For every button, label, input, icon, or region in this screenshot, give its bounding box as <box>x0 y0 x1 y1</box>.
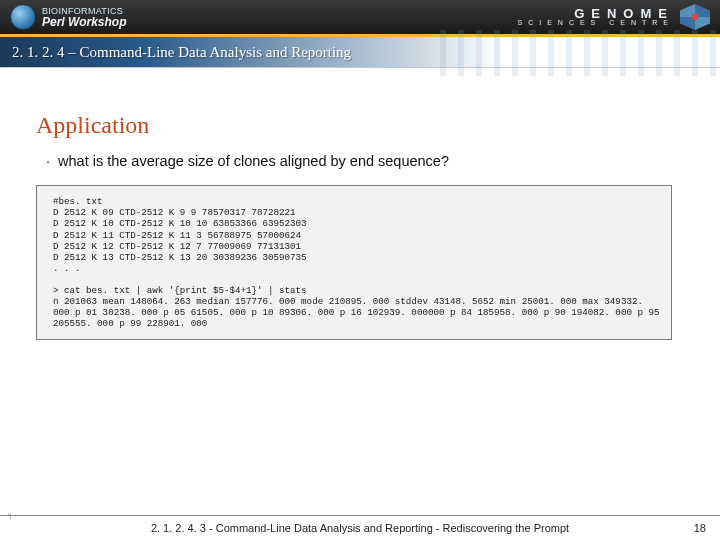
slide-header: BIOINFORMATICS Perl Workshop GENOME SCIE… <box>0 0 720 76</box>
bullet-item: · what is the average size of clones ali… <box>36 153 690 169</box>
footer-text: 2. 1. 2. 4. 3 - Command-Line Data Analys… <box>151 522 569 534</box>
code-segment-2: > cat bes. txt | awk '{print $5-$4+1}' |… <box>53 285 661 330</box>
gsc-brand: GENOME SCIENCES CENTRE <box>517 4 710 30</box>
bullet-text: what is the average size of clones align… <box>58 153 449 169</box>
code-segment-1: #bes. txt D 2512 K 09 CTD-2512 K 9 9 785… <box>53 196 661 275</box>
page-number: 18 <box>694 522 706 534</box>
code-block: #bes. txt D 2512 K 09 CTD-2512 K 9 9 785… <box>36 185 672 340</box>
header-top-bar: BIOINFORMATICS Perl Workshop GENOME SCIE… <box>0 0 720 34</box>
section-number: 2. 1. 2. 4 – Command-Line Data Analysis … <box>12 44 351 61</box>
page-title: Application <box>36 112 690 139</box>
gsc-line1: GENOME <box>517 8 674 20</box>
perl-camel-icon <box>10 4 36 30</box>
brand-bottom-text: Perl Workshop <box>42 16 126 28</box>
gsc-logo-icon <box>680 4 710 30</box>
workshop-brand: BIOINFORMATICS Perl Workshop <box>10 4 126 30</box>
bullet-dot-icon: · <box>46 153 54 169</box>
slide-footer: ┐ 2. 1. 2. 4. 3 - Command-Line Data Anal… <box>0 515 720 540</box>
gsc-line2: SCIENCES CENTRE <box>517 20 674 26</box>
slide-content: Application · what is the average size o… <box>36 112 690 340</box>
header-stripes <box>440 30 720 76</box>
